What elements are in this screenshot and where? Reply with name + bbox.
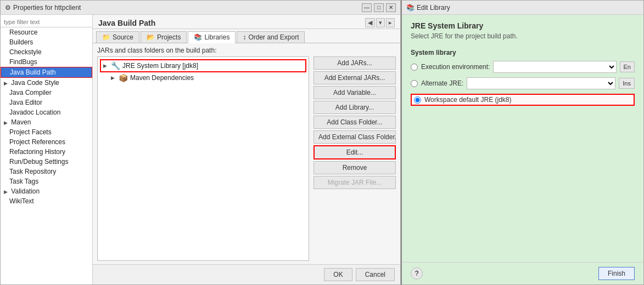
- sidebar-item-maven[interactable]: ▶ Maven: [1, 117, 92, 127]
- workspace-default-jre-row: Workspace default JRE (jdk8): [411, 94, 635, 106]
- edit-section-title: JRE System Library: [411, 21, 635, 30]
- projects-tab-icon: 📂: [147, 33, 155, 41]
- tree-item-jre[interactable]: ▶ 🔧 JRE System Library [jdk8]: [100, 59, 306, 72]
- nav-dropdown-button[interactable]: ▾: [376, 18, 385, 27]
- maven-expand-icon: ▶: [111, 75, 116, 81]
- sidebar-item-wikitext[interactable]: WikiText: [1, 196, 92, 206]
- properties-title: ⚙ Properties for httpclient: [5, 4, 81, 12]
- edit-dialog-title-text: Edit Library: [417, 4, 450, 12]
- jre-icon: 🔧: [111, 61, 120, 70]
- ok-button[interactable]: OK: [324, 268, 352, 281]
- sidebar: Resource Builders Checkstyle FindBugs Ja…: [1, 15, 93, 284]
- arrow-icon: ▶: [4, 189, 8, 195]
- edit-library-dialog: 📚 Edit Library JRE System Library Select…: [401, 0, 644, 285]
- add-library-button[interactable]: Add Library...: [313, 101, 396, 114]
- sidebar-item-javadoc-location[interactable]: Javadoc Location: [1, 107, 92, 117]
- sidebar-item-run-debug-settings[interactable]: Run/Debug Settings: [1, 157, 92, 167]
- sidebar-item-builders[interactable]: Builders: [1, 37, 92, 47]
- properties-dialog: ⚙ Properties for httpclient — □ ✕ Resour…: [0, 0, 401, 285]
- main-header: Java Build Path ◀ ▾ ▸: [93, 15, 400, 29]
- edit-dialog-titlebar: 📚 Edit Library: [402, 1, 643, 15]
- tree-item-maven[interactable]: ▶ 📦 Maven Dependencies: [100, 72, 306, 83]
- sidebar-item-project-facets[interactable]: Project Facets: [1, 127, 92, 137]
- sidebar-item-checkstyle[interactable]: Checkstyle: [1, 47, 92, 57]
- edit-dialog-body: JRE System Library Select JRE for the pr…: [402, 15, 643, 262]
- sidebar-item-project-references[interactable]: Project References: [1, 137, 92, 147]
- arrow-icon: ▶: [4, 81, 8, 86]
- nav-back-button[interactable]: ◀: [365, 18, 375, 27]
- source-tab-icon: 📁: [102, 33, 110, 41]
- tab-source[interactable]: 📁 Source: [96, 31, 139, 43]
- add-variable-button[interactable]: Add Variable...: [313, 86, 396, 99]
- build-path-content: JARs and class folders on the build path…: [93, 43, 400, 264]
- properties-titlebar: ⚙ Properties for httpclient — □ ✕: [1, 1, 400, 15]
- build-path-main: ▶ 🔧 JRE System Library [jdk8] ▶ 📦 Maven …: [97, 56, 396, 261]
- sidebar-item-java-code-style[interactable]: ▶ Java Code Style: [1, 78, 92, 88]
- header-nav: ◀ ▾ ▸: [365, 18, 395, 27]
- main-content: Java Build Path ◀ ▾ ▸ 📁 Source 📂 Project…: [93, 15, 400, 284]
- sidebar-item-java-editor[interactable]: Java Editor: [1, 98, 92, 107]
- add-class-folder-button[interactable]: Add Class Folder...: [313, 116, 396, 129]
- close-button[interactable]: ✕: [386, 3, 396, 12]
- dialog-footer: OK Cancel: [93, 264, 400, 284]
- cancel-button[interactable]: Cancel: [356, 268, 395, 281]
- maven-icon: 📦: [119, 73, 128, 82]
- properties-icon: ⚙: [5, 4, 11, 12]
- add-external-jars-button[interactable]: Add External JARs...: [313, 71, 396, 84]
- build-path-label: JARs and class folders on the build path…: [97, 47, 396, 54]
- sidebar-item-findbugs[interactable]: FindBugs: [1, 57, 92, 67]
- tab-libraries[interactable]: 📚 Libraries: [188, 31, 236, 43]
- add-jars-button[interactable]: Add JARs...: [313, 56, 396, 70]
- alternate-jre-dropdown[interactable]: [467, 77, 615, 89]
- remove-button[interactable]: Remove: [313, 161, 396, 174]
- alternate-jre-label: Alternate JRE:: [421, 79, 463, 87]
- system-library-group: System library Execution environment: En…: [411, 49, 635, 110]
- finish-button[interactable]: Finish: [598, 267, 635, 280]
- alternate-jre-radio[interactable]: [411, 80, 418, 87]
- sidebar-item-refactoring-history[interactable]: Refactoring History: [1, 147, 92, 157]
- execution-env-side-btn[interactable]: En: [620, 61, 635, 72]
- minimize-button[interactable]: —: [362, 3, 372, 12]
- sidebar-item-task-repository[interactable]: Task Repository: [1, 167, 92, 176]
- order-tab-icon: ↕: [243, 33, 246, 41]
- arrow-icon: ▶: [4, 120, 8, 126]
- properties-title-text: Properties for httpclient: [13, 4, 81, 12]
- execution-env-label: Execution environment:: [421, 63, 490, 71]
- execution-env-dropdown[interactable]: [493, 61, 616, 73]
- sidebar-item-validation[interactable]: ▶ Validation: [1, 186, 92, 196]
- libraries-tab-icon: 📚: [194, 33, 202, 41]
- workspace-default-jre-radio[interactable]: [414, 96, 421, 104]
- tabs-bar: 📁 Source 📂 Projects 📚 Libraries ↕ Order …: [93, 29, 400, 43]
- buttons-panel: Add JARs... Add External JARs... Add Var…: [313, 56, 396, 261]
- edit-section-subtitle: Select JRE for the project build path.: [411, 32, 635, 40]
- maximize-button[interactable]: □: [374, 3, 384, 12]
- migrate-jar-button[interactable]: Migrate JAR File...: [313, 176, 396, 189]
- edit-button[interactable]: Edit...: [313, 145, 396, 159]
- edit-dialog-title: 📚 Edit Library: [406, 4, 450, 12]
- sidebar-item-task-tags[interactable]: Task Tags: [1, 176, 92, 186]
- execution-environment-row: Execution environment: En: [411, 61, 635, 73]
- sidebar-item-resource[interactable]: Resource: [1, 27, 92, 37]
- help-button[interactable]: ?: [411, 267, 423, 280]
- edit-dialog-footer: ? Finish: [402, 262, 643, 284]
- tab-projects[interactable]: 📂 Projects: [141, 31, 187, 43]
- tree-panel: ▶ 🔧 JRE System Library [jdk8] ▶ 📦 Maven …: [97, 56, 309, 261]
- sidebar-item-java-compiler[interactable]: Java Compiler: [1, 88, 92, 98]
- dialog-body: Resource Builders Checkstyle FindBugs Ja…: [1, 15, 400, 284]
- main-title: Java Build Path: [98, 19, 155, 27]
- tab-order-export[interactable]: ↕ Order and Export: [237, 31, 305, 43]
- add-external-class-folder-button[interactable]: Add External Class Folder...: [313, 130, 396, 144]
- nav-forward-button[interactable]: ▸: [386, 18, 395, 27]
- edit-dialog-icon: 📚: [406, 4, 415, 12]
- jre-expand-icon: ▶: [103, 63, 109, 69]
- filter-input[interactable]: [1, 17, 92, 27]
- alternate-jre-row: Alternate JRE: Ins: [411, 77, 635, 89]
- alternate-jre-side-btn[interactable]: Ins: [619, 78, 635, 89]
- sidebar-item-java-build-path[interactable]: Java Build Path: [1, 67, 92, 78]
- group-label: System library: [411, 49, 635, 56]
- window-controls: — □ ✕: [362, 3, 396, 12]
- workspace-default-jre-label: Workspace default JRE (jdk8): [424, 96, 512, 104]
- execution-env-radio[interactable]: [411, 64, 418, 71]
